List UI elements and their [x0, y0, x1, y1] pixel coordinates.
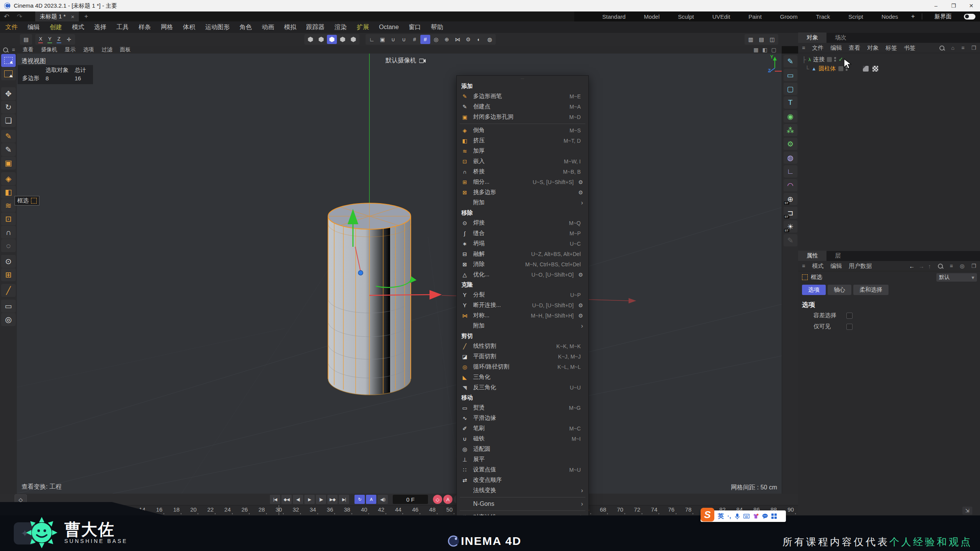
menu-动画[interactable]: 动画 [262, 23, 274, 31]
menu-编辑[interactable]: 编辑 [28, 23, 40, 31]
cloner-icon[interactable]: ⁂ [784, 124, 797, 136]
add-tab-button[interactable]: + [84, 13, 88, 20]
menu-帮助[interactable]: 帮助 [431, 23, 443, 31]
gear-icon[interactable]: ⚙ [578, 179, 583, 185]
live-select-icon[interactable] [1, 67, 16, 80]
scale-icon[interactable]: ❏ [1, 114, 16, 127]
next-key-button[interactable]: ▶◆ [327, 495, 338, 504]
viewport-solo-icon[interactable]: ◐ [474, 35, 484, 44]
attr-tab-层[interactable]: 层 [826, 251, 849, 261]
add-layout-button[interactable]: + [907, 13, 919, 20]
snap-magnet-icon[interactable]: ∪ [388, 35, 398, 44]
menu-item-改变点顺序[interactable]: ⇄改变点顺序 [457, 475, 588, 485]
menu-item-适配圆[interactable]: ◎适配圆 [457, 444, 588, 454]
om-tab-场次[interactable]: 场次 [826, 33, 855, 43]
play-button[interactable]: ▶ [304, 495, 315, 504]
linear-cut-icon[interactable]: ╱ [1, 284, 16, 297]
sound-button[interactable]: ◀)) [377, 495, 388, 504]
bend-deformer-icon[interactable]: ◠ [784, 179, 797, 191]
menu-item-坍塌[interactable]: ∗坍塌U~C [457, 238, 588, 249]
layout-tab-groom[interactable]: Groom [771, 13, 807, 20]
viewport-menu-显示[interactable]: 显示 [65, 46, 75, 53]
current-frame-field[interactable]: 0 F [393, 495, 428, 504]
sogou-logo[interactable]: S [701, 508, 714, 522]
menu-item-反三角化[interactable]: ◥反三角化U~U [457, 382, 588, 393]
menu-扩展[interactable]: 扩展 [357, 23, 369, 31]
menu-item-创建点[interactable]: ✎创建点M~A [457, 101, 588, 112]
tab-close-icon[interactable]: × [71, 13, 75, 20]
menu-角色[interactable]: 角色 [240, 23, 252, 31]
axis-center-icon[interactable]: ◎ [431, 35, 441, 44]
minimize-button[interactable]: – [927, 0, 945, 11]
mode-points-icon[interactable] [338, 35, 348, 44]
subdivision-surface-icon[interactable]: ◉ [784, 110, 797, 122]
filter-icon[interactable]: ≡ [961, 45, 964, 51]
menu-item-多边形画笔[interactable]: ✎多边形画笔M~E [457, 91, 588, 101]
menu-item-消除[interactable]: ⊠消除M~N, Ctrl+BS, Ctrl+Del [457, 259, 588, 269]
menu-item-N-Gons[interactable]: N-Gons› [457, 499, 588, 509]
menu-item-封闭多边形孔洞[interactable]: ▣封闭多边形孔洞M~D [457, 112, 588, 122]
hamburger-icon[interactable]: ≡ [12, 47, 15, 53]
prev-key-button[interactable]: ◆◀ [281, 495, 292, 504]
checkbox-仅可见[interactable] [846, 324, 853, 330]
gear-icon[interactable]: ⚙ [578, 302, 583, 308]
mode-convert-icon[interactable] [305, 35, 315, 44]
home-icon[interactable]: ⌂ [951, 45, 954, 51]
menu-item-平滑边缘[interactable]: ∿平滑边缘 [457, 413, 588, 423]
menu-创建[interactable]: 创建 [50, 23, 62, 31]
menu-选择[interactable]: 选择 [94, 23, 106, 31]
menu-item-附加[interactable]: 附加› [457, 197, 588, 208]
goto-start-button[interactable]: |◀ [270, 495, 280, 504]
attr-menu-编辑[interactable]: 编辑 [830, 262, 842, 270]
om-tab-对象[interactable]: 对象 [798, 33, 826, 43]
layer-chip[interactable] [827, 57, 832, 62]
close-button[interactable]: ✕ [962, 0, 980, 11]
back-arrow-icon[interactable]: ← [909, 263, 915, 269]
search-icon[interactable] [3, 47, 8, 52]
viewport-view-label[interactable]: 透视视图 [21, 57, 46, 65]
enabled-check-icon[interactable]: ✓ [838, 56, 843, 63]
om-menu-对象[interactable]: 对象 [867, 44, 879, 52]
forward-arrow-icon[interactable]: → [919, 263, 924, 269]
vp-split-icon[interactable]: ◧ [763, 47, 768, 53]
menu-item-对称...[interactable]: ⋈对称...M~H, [M~Shift+H]⚙ [457, 310, 588, 321]
up-arrow-icon[interactable]: ↑ [928, 263, 931, 269]
layout-window-icon[interactable]: ▥ [746, 35, 756, 44]
menu-样条[interactable]: 样条 [139, 23, 151, 31]
object-row-圆柱体[interactable]: └▲圆柱体 [798, 64, 980, 73]
octane-object-icon[interactable]: ⊐ST [784, 207, 797, 219]
layout-tab-paint[interactable]: Paint [739, 13, 771, 20]
attr-tab-属性[interactable]: 属性 [798, 251, 826, 261]
menu-运动图形[interactable]: 运动图形 [205, 23, 230, 31]
om-menu-编辑[interactable]: 编辑 [830, 44, 842, 52]
rectangle-spline-icon[interactable]: ▭ [784, 69, 797, 81]
render-film-icon[interactable]: ▤ [756, 35, 766, 44]
popout-icon[interactable]: ❐ [971, 45, 976, 51]
extrude-icon[interactable]: ◧ [1, 186, 16, 199]
menu-item-缝合[interactable]: ∫缝合M~P [457, 228, 588, 238]
goto-end-button[interactable]: ▶| [339, 495, 349, 504]
move-icon[interactable]: ✥ [1, 87, 16, 100]
symmetry-icon[interactable]: ⋈ [452, 35, 462, 44]
spline-pen-icon[interactable]: ✎ [784, 55, 797, 67]
menu-item-融解[interactable]: ⊟融解U~Z, Alt+BS, Alt+Del [457, 249, 588, 259]
popout-icon[interactable]: ❐ [971, 263, 976, 269]
polygon-pen-icon[interactable]: ✎ [1, 130, 16, 143]
microphone-icon[interactable] [735, 513, 740, 519]
preset-dropdown[interactable]: 默认 ▾ [936, 273, 977, 282]
menu-窗口[interactable]: 窗口 [409, 23, 421, 31]
viewport-menu-摄像机[interactable]: 摄像机 [41, 46, 57, 53]
keyboard-icon[interactable] [743, 514, 750, 518]
layer-chip[interactable] [838, 66, 843, 71]
menu-模式[interactable]: 模式 [72, 23, 84, 31]
prev-frame-button[interactable]: ◀| [293, 495, 303, 504]
layout-tab-uvedit[interactable]: UVEdit [703, 13, 740, 20]
menu-网格[interactable]: 网格 [161, 23, 173, 31]
menu-item-挑多边形[interactable]: ⊠挑多边形⚙ [457, 187, 588, 197]
gear-icon[interactable]: ⚙ [578, 189, 583, 196]
viewplane-icon[interactable]: ▣ [377, 35, 387, 44]
selection-tag-icon[interactable] [863, 66, 869, 72]
create-point-icon[interactable]: ✎ [1, 143, 16, 156]
timeline-resize-icon[interactable]: ⇲ [962, 507, 972, 515]
om-menu-查看[interactable]: 查看 [849, 44, 860, 52]
